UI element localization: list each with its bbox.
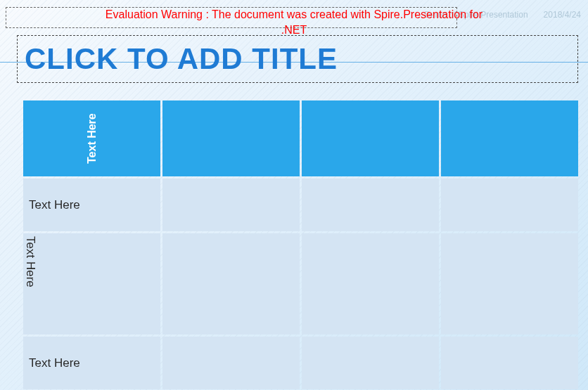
presentation-slide: Demo of Spire.Presentation 2018/4/24 CLI… (0, 0, 588, 390)
content-table[interactable]: Text Here Text Here Text Here Text Here (21, 98, 580, 390)
table-cell[interactable] (302, 233, 439, 334)
title-placeholder[interactable]: CLICK TO ADD TITLE CLICK TO ADD TITLE (17, 35, 578, 83)
table-cell[interactable] (302, 178, 439, 231)
table-cell[interactable] (441, 178, 578, 231)
title-text: CLICK TO ADD TITLE (18, 42, 338, 76)
table-row: Text Here (23, 337, 578, 389)
cell-text: Text Here (23, 233, 160, 334)
table-cell[interactable] (162, 337, 300, 389)
cell-text: Text Here (23, 178, 160, 231)
table-cell[interactable]: Text Here (23, 337, 160, 389)
table-cell[interactable] (441, 337, 578, 389)
table-row: Text Here (23, 233, 578, 334)
table-cell[interactable]: Text Here (23, 100, 160, 176)
table-cell[interactable] (441, 233, 578, 334)
cell-text: Text Here (23, 100, 160, 176)
meta-date: 2018/4/24 (544, 10, 581, 20)
cell-text: Text Here (23, 337, 160, 389)
table-cell[interactable] (162, 233, 300, 334)
table-cell[interactable]: Text Here (23, 178, 160, 231)
table-row: Text Here (23, 178, 578, 231)
title-small-placeholder[interactable] (6, 7, 457, 28)
table-cell[interactable]: Text Here (23, 233, 160, 334)
table-cell[interactable] (441, 100, 578, 176)
table-cell[interactable] (162, 100, 300, 176)
table-cell[interactable] (162, 178, 300, 231)
table-cell[interactable] (302, 337, 439, 389)
table-cell[interactable] (302, 100, 439, 176)
table-row-header: Text Here (23, 100, 578, 176)
